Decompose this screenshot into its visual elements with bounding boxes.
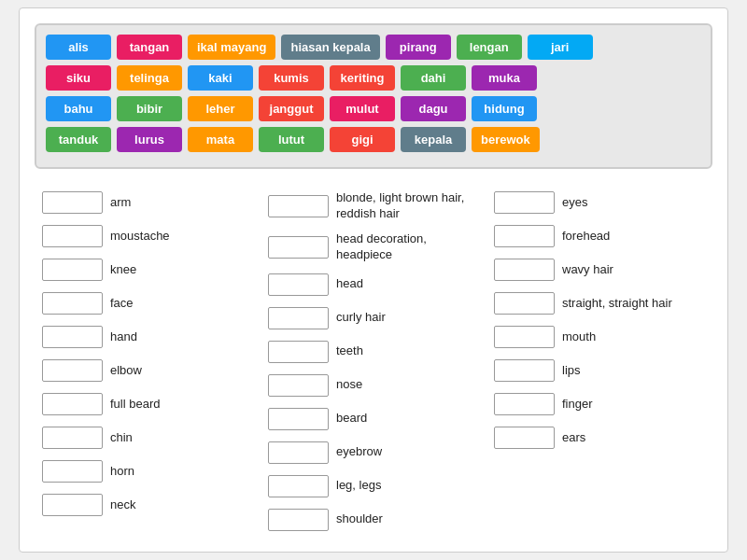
word-tag[interactable]: mata (188, 127, 253, 152)
word-tag[interactable]: gigi (330, 127, 395, 152)
word-bank: alistanganikal mayanghiasan kepalapirang… (35, 23, 712, 169)
match-row: chin (35, 421, 261, 455)
word-tag[interactable]: telinga (117, 65, 182, 91)
match-input[interactable] (268, 374, 329, 397)
word-bank-row: tanduklurusmatalututgigikepalaberewok (46, 127, 701, 152)
word-tag[interactable]: tangan (117, 35, 182, 60)
match-label: wavy hair (562, 262, 613, 278)
word-bank-row: alistanganikal mayanghiasan kepalapirang… (46, 35, 701, 60)
word-tag[interactable]: janggut (259, 96, 324, 121)
word-tag[interactable]: kumis (259, 65, 324, 91)
match-row: shoulder (261, 503, 486, 537)
match-label: horn (110, 464, 134, 480)
word-tag[interactable]: ikal mayang (188, 35, 275, 60)
match-input[interactable] (42, 460, 103, 483)
match-input[interactable] (268, 273, 329, 296)
match-label: blonde, light brown hair, reddish hair (336, 190, 479, 222)
match-input[interactable] (42, 494, 103, 516)
word-tag[interactable]: dagu (401, 96, 466, 121)
match-row: curly hair (261, 301, 486, 335)
match-row: head decoration, headpiece (261, 227, 486, 268)
match-row: ears (486, 421, 712, 455)
match-input[interactable] (268, 195, 329, 217)
match-row: blonde, light brown hair, reddish hair (261, 186, 486, 227)
match-input[interactable] (42, 393, 103, 415)
match-label: hand (110, 329, 137, 345)
word-tag[interactable]: bibir (117, 96, 182, 121)
word-tag[interactable]: mulut (330, 96, 395, 121)
main-container: alistanganikal mayanghiasan kepalapirang… (19, 7, 728, 553)
word-bank-row: bahubibirleherjanggutmulutdaguhidung (46, 96, 701, 121)
word-tag[interactable]: lutut (259, 127, 324, 152)
match-row: neck (35, 488, 261, 522)
match-label: straight, straight hair (562, 296, 672, 312)
word-tag[interactable]: dahi (401, 65, 466, 91)
match-row: face (35, 287, 261, 320)
match-label: beard (336, 411, 367, 427)
word-tag[interactable]: kepala (401, 127, 466, 152)
match-row: head (261, 268, 486, 301)
word-tag[interactable]: muka (472, 65, 537, 91)
match-input[interactable] (42, 259, 103, 281)
match-input[interactable] (42, 326, 103, 348)
match-label: knee (110, 262, 136, 278)
match-input[interactable] (494, 292, 555, 315)
match-input[interactable] (494, 393, 555, 415)
word-tag[interactable]: kaki (188, 65, 253, 91)
match-input[interactable] (268, 509, 329, 531)
match-input[interactable] (494, 191, 555, 214)
match-row: leg, legs (261, 469, 486, 503)
match-label: ears (562, 430, 585, 446)
match-row: forehead (486, 219, 712, 253)
match-input[interactable] (268, 341, 329, 363)
match-row: arm (35, 186, 261, 219)
match-row: beard (261, 402, 486, 436)
matching-section: armmoustachekneefacehandelbowfull beardc… (35, 186, 712, 537)
word-tag[interactable]: siku (46, 65, 111, 91)
match-row: teeth (261, 335, 486, 369)
word-tag[interactable]: keriting (330, 65, 395, 91)
match-label: face (110, 296, 134, 312)
word-bank-row: sikutelingakakikumiskeritingdahimuka (46, 65, 701, 91)
match-label: finger (562, 397, 593, 413)
word-tag[interactable]: berewok (472, 127, 540, 152)
match-input[interactable] (42, 191, 103, 214)
word-tag[interactable]: tanduk (46, 127, 111, 152)
word-tag[interactable]: lengan (457, 35, 522, 60)
word-tag[interactable]: alis (46, 35, 111, 60)
match-row: eyebrow (261, 436, 486, 469)
match-input[interactable] (494, 326, 555, 348)
match-row: eyes (486, 186, 712, 219)
match-input[interactable] (268, 307, 329, 329)
match-input[interactable] (42, 225, 103, 247)
match-input[interactable] (494, 359, 555, 382)
word-tag[interactable]: bahu (46, 96, 111, 121)
word-tag[interactable]: pirang (386, 35, 451, 60)
word-tag[interactable]: jari (528, 35, 593, 60)
match-label: head decoration, headpiece (336, 231, 479, 263)
match-input[interactable] (268, 475, 329, 497)
match-label: elbow (110, 363, 142, 379)
match-input[interactable] (494, 259, 555, 281)
match-label: head (336, 276, 363, 292)
match-input[interactable] (494, 427, 555, 449)
match-input[interactable] (494, 225, 555, 247)
word-tag[interactable]: lurus (117, 127, 182, 152)
match-input[interactable] (268, 441, 329, 464)
match-label: arm (110, 195, 131, 211)
match-input[interactable] (42, 359, 103, 382)
match-row: knee (35, 253, 261, 287)
match-input[interactable] (42, 292, 103, 315)
match-label: shoulder (336, 511, 383, 527)
match-input[interactable] (268, 408, 329, 430)
match-input[interactable] (268, 236, 329, 259)
word-tag[interactable]: hidung (472, 96, 537, 121)
word-tag[interactable]: leher (188, 96, 253, 121)
match-row: moustache (35, 219, 261, 253)
match-label: forehead (562, 229, 610, 245)
match-label: full beard (110, 397, 160, 413)
word-tag[interactable]: hiasan kepala (281, 35, 379, 60)
match-input[interactable] (42, 427, 103, 449)
match-column-2: blonde, light brown hair, reddish hairhe… (261, 186, 486, 537)
match-row: nose (261, 369, 486, 402)
